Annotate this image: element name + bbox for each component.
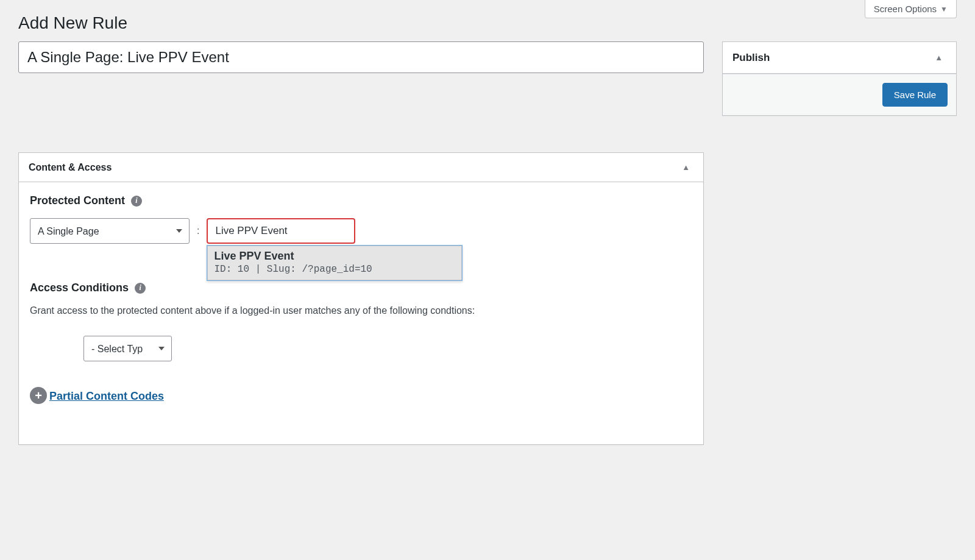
autocomplete-item-meta: ID: 10 | Slug: /?page_id=10	[214, 264, 455, 275]
publish-header[interactable]: Publish ▲	[723, 42, 956, 74]
separator-colon: :	[196, 225, 200, 236]
page-title: Add New Rule	[18, 0, 957, 41]
screen-options-label: Screen Options	[874, 4, 937, 14]
caret-down-icon: ▼	[940, 5, 948, 13]
partial-content-codes-link[interactable]: Partial Content Codes	[49, 390, 164, 402]
autocomplete-item-title: Live PPV Event	[214, 250, 455, 263]
save-rule-button[interactable]: Save Rule	[882, 83, 948, 107]
content-access-header[interactable]: Content & Access ▲	[19, 153, 703, 182]
autocomplete-dropdown: Live PPV Event ID: 10 | Slug: /?page_id=…	[207, 245, 463, 281]
protected-content-label: Protected Content	[30, 194, 125, 207]
info-icon[interactable]: i	[131, 196, 142, 207]
content-access-title: Content & Access	[29, 162, 112, 173]
autocomplete-item[interactable]: Live PPV Event ID: 10 | Slug: /?page_id=…	[207, 246, 462, 280]
condition-type-select[interactable]: - Select Typ	[83, 336, 172, 361]
content-type-select[interactable]: A Single Page	[30, 218, 190, 244]
access-conditions-heading: Access Conditions i	[30, 282, 692, 294]
collapse-toggle-icon[interactable]: ▲	[678, 159, 693, 175]
publish-panel: Publish ▲ Save Rule	[722, 41, 957, 116]
access-conditions-label: Access Conditions	[30, 282, 129, 294]
protected-content-heading: Protected Content i	[30, 194, 692, 207]
plus-icon: +	[35, 389, 42, 403]
rule-title-input[interactable]	[18, 41, 704, 73]
info-icon[interactable]: i	[135, 283, 146, 294]
publish-title: Publish	[732, 52, 770, 64]
content-access-panel: Content & Access ▲ Protected Content i A…	[18, 152, 704, 445]
collapse-toggle-icon[interactable]: ▲	[931, 49, 946, 66]
content-search-input[interactable]	[207, 218, 355, 244]
access-conditions-description: Grant access to the protected content ab…	[30, 305, 692, 316]
add-condition-button[interactable]: +	[30, 387, 47, 404]
screen-options-button[interactable]: Screen Options ▼	[865, 0, 957, 18]
